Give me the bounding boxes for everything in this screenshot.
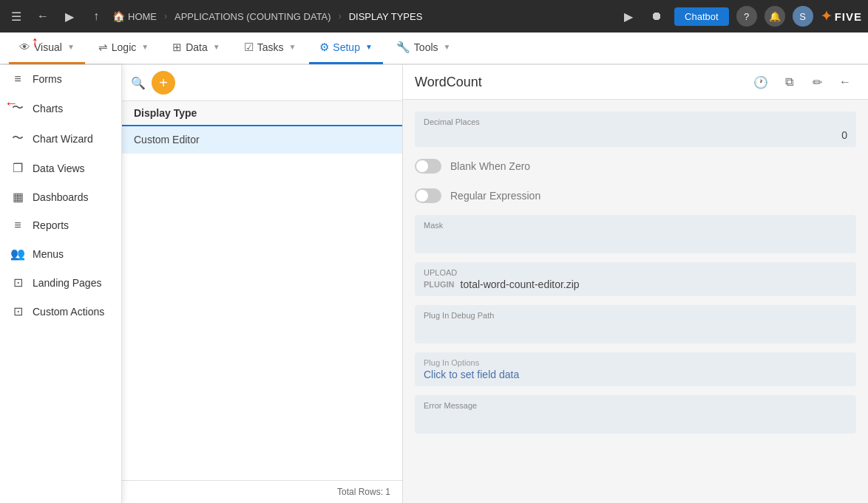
nav-label-visual: Visual: [34, 41, 62, 53]
sidebar-item-forms[interactable]: ≡ Forms: [0, 65, 121, 93]
nav-label-setup: Setup: [333, 41, 360, 53]
plugin-options-label: Plug In Options: [424, 358, 847, 367]
nav-label-data: Data: [186, 41, 208, 53]
back-icon[interactable]: ←: [33, 6, 53, 27]
data-icon: ⊞: [172, 41, 182, 54]
sidebar-label-menus: Menus: [33, 248, 64, 260]
nav-label-tools: Tools: [414, 41, 438, 53]
nav-item-visual[interactable]: 👁 Visual ▼ ↑: [9, 32, 85, 64]
plugin-options-field[interactable]: Plug In Options Click to set field data: [415, 352, 856, 386]
nav-item-tools[interactable]: 🔧 Tools ▼: [386, 32, 461, 64]
play-icon[interactable]: ▶: [618, 6, 639, 27]
menu-icon[interactable]: ☰: [6, 6, 27, 27]
detail-panel: WordCount 🕐 ⧉ ✏ ← Decimal Places 0 Blank…: [403, 65, 868, 503]
sidebar-label-dashboards: Dashboards: [33, 191, 89, 203]
plugin-key: PLUGIN: [424, 280, 455, 289]
detail-header: WordCount 🕐 ⧉ ✏ ←: [403, 65, 868, 100]
history-icon[interactable]: 🕐: [750, 71, 772, 93]
logic-chevron: ▼: [141, 43, 149, 51]
dashboards-icon: ▦: [10, 190, 25, 204]
upload-row: PLUGIN total-word-count-editor.zip: [424, 278, 847, 290]
sidebar-dropdown: ← ≡ Forms 〜 Charts 〜 Chart Wizard ❒ Data…: [0, 65, 122, 503]
blank-when-zero-label: Blank When Zero: [450, 160, 530, 172]
table-header: Display Type: [122, 101, 402, 126]
mask-field[interactable]: Mask: [415, 215, 856, 253]
sidebar-item-data-views[interactable]: ❒ Data Views: [0, 154, 121, 182]
plugin-debug-path-field[interactable]: Plug In Debug Path: [415, 305, 856, 343]
breadcrumb-display-types[interactable]: DISPLAY TYPES: [349, 11, 423, 22]
reports-icon: ≡: [10, 219, 25, 232]
nav-item-setup[interactable]: ⚙ Setup ▼: [309, 32, 383, 64]
blank-when-zero-toggle[interactable]: [415, 159, 441, 174]
setup-icon: ⚙: [319, 41, 329, 54]
logo-mark: ✦: [821, 8, 832, 24]
content-panel: 🔍 + Display Type Custom Editor Total Row…: [122, 65, 403, 503]
logo-text: FIVE: [835, 10, 862, 23]
content-panel-header: 🔍 +: [122, 65, 402, 101]
column-header-display-type: Display Type: [134, 107, 197, 119]
detail-body: Decimal Places 0 Blank When Zero Regular…: [403, 100, 868, 445]
upload-plugin-field: UPLOAD PLUGIN total-word-count-editor.zi…: [415, 262, 856, 296]
table-row[interactable]: Custom Editor: [122, 126, 402, 154]
visual-chevron: ▼: [67, 43, 75, 51]
chatbot-button[interactable]: Chatbot: [674, 7, 729, 26]
plugin-debug-path-value: [424, 323, 847, 338]
sidebar-label-chart-wizard: Chart Wizard: [33, 133, 93, 145]
sidebar-label-charts: Charts: [33, 103, 63, 114]
breadcrumb-sep-1: ›: [164, 11, 167, 21]
add-button[interactable]: +: [152, 71, 175, 95]
sidebar-item-menus[interactable]: 👥 Menus: [0, 239, 121, 268]
sidebar-item-custom-actions[interactable]: ⊡ Custom Actions: [0, 297, 121, 326]
forms-icon: ≡: [10, 72, 25, 86]
nav-item-data[interactable]: ⊞ Data ▼: [162, 32, 230, 64]
decimal-places-value[interactable]: 0: [424, 129, 847, 141]
edit-icon[interactable]: ✏: [806, 71, 828, 93]
sidebar-label-custom-actions: Custom Actions: [33, 306, 104, 318]
error-message-value: [424, 413, 847, 428]
copy-icon[interactable]: ⧉: [778, 71, 800, 93]
menus-icon: 👥: [10, 247, 25, 261]
data-chevron: ▼: [213, 43, 220, 51]
breadcrumb-sep-2: ›: [339, 11, 342, 21]
nav-bar: 👁 Visual ▼ ↑ ⇌ Logic ▼ ⊞ Data ▼ ☑ Tasks …: [0, 32, 868, 65]
record-icon[interactable]: ⏺: [646, 6, 667, 27]
help-icon[interactable]: ?: [736, 6, 757, 27]
sidebar-item-reports[interactable]: ≡ Reports: [0, 211, 121, 239]
decimal-places-field: Decimal Places 0: [415, 112, 856, 147]
charts-icon: 〜: [10, 100, 25, 116]
custom-actions-icon: ⊡: [10, 304, 25, 318]
plugin-options-value[interactable]: Click to set field data: [424, 369, 847, 380]
user-avatar[interactable]: S: [793, 6, 813, 27]
forward-icon[interactable]: ▶: [59, 6, 80, 27]
tasks-icon: ☑: [244, 41, 254, 54]
sidebar-item-dashboards[interactable]: ▦ Dashboards: [0, 182, 121, 211]
decimal-places-label: Decimal Places: [424, 117, 847, 126]
sidebar-label-forms: Forms: [33, 73, 62, 85]
table-footer: Total Rows: 1: [122, 480, 402, 503]
upload-label: UPLOAD: [424, 268, 847, 277]
search-icon[interactable]: 🔍: [131, 76, 146, 90]
blank-when-zero-row: Blank When Zero: [415, 156, 856, 177]
back-detail-icon[interactable]: ←: [834, 71, 856, 93]
regular-expression-row: Regular Expression: [415, 185, 856, 206]
detail-title: WordCount: [415, 75, 744, 90]
bell-icon[interactable]: 🔔: [764, 6, 785, 27]
sidebar-item-chart-wizard[interactable]: 〜 Chart Wizard: [0, 123, 121, 154]
sidebar-item-landing-pages[interactable]: ⊡ Landing Pages: [0, 268, 121, 297]
visual-icon: 👁: [19, 41, 30, 53]
plugin-value: total-word-count-editor.zip: [461, 278, 580, 290]
error-message-field[interactable]: Error Message: [415, 395, 856, 434]
chart-wizard-icon: 〜: [10, 131, 25, 146]
nav-item-tasks[interactable]: ☑ Tasks ▼: [234, 32, 307, 64]
sidebar-item-charts[interactable]: 〜 Charts: [0, 93, 121, 123]
tools-icon: 🔧: [396, 41, 410, 54]
tasks-chevron: ▼: [288, 43, 296, 51]
nav-label-tasks: Tasks: [257, 41, 284, 53]
up-icon[interactable]: ↑: [86, 6, 106, 27]
sidebar-label-landing-pages: Landing Pages: [33, 277, 101, 289]
breadcrumb-app[interactable]: APPLICATIONS (COUNTING DATA): [174, 11, 331, 22]
breadcrumb-home[interactable]: 🏠 HOME: [112, 10, 157, 22]
nav-item-logic[interactable]: ⇌ Logic ▼: [88, 32, 159, 64]
error-message-label: Error Message: [424, 401, 847, 410]
regular-expression-toggle[interactable]: [415, 188, 441, 203]
